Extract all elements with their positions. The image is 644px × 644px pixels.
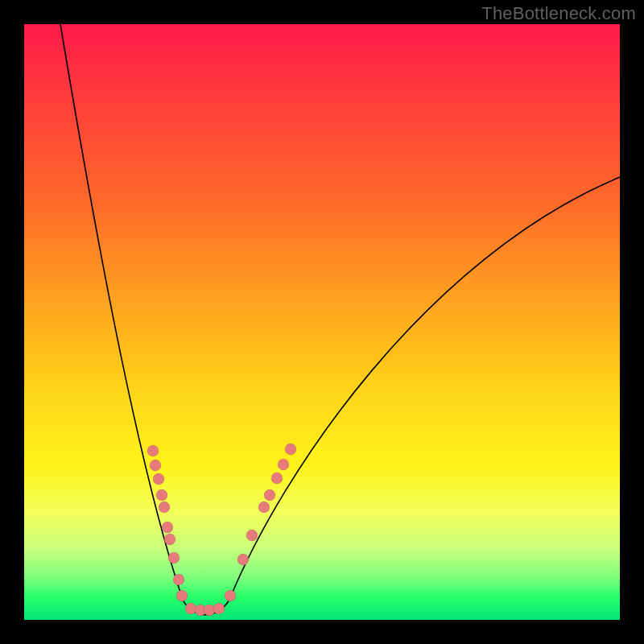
watermark-text: TheBottleneck.com bbox=[481, 3, 636, 24]
curve-data-points bbox=[147, 444, 296, 616]
curve-data-point bbox=[153, 473, 164, 485]
curve-data-point bbox=[271, 473, 283, 484]
curve-data-point bbox=[285, 444, 296, 455]
curve-data-point bbox=[278, 459, 289, 470]
curve-data-point bbox=[264, 489, 275, 501]
curve-data-point bbox=[147, 445, 159, 456]
curve-data-point bbox=[185, 603, 196, 614]
curve-data-point bbox=[237, 554, 249, 565]
curve-data-point bbox=[164, 534, 175, 545]
curve-data-point bbox=[156, 489, 167, 501]
curve-data-point bbox=[168, 552, 180, 564]
curve-data-point bbox=[258, 502, 270, 513]
bottleneck-curve-path bbox=[60, 24, 620, 615]
curve-data-point bbox=[162, 522, 173, 533]
curve-data-point bbox=[204, 605, 215, 616]
curve-data-point bbox=[150, 460, 161, 471]
bottleneck-curve-svg bbox=[24, 24, 620, 620]
curve-data-point bbox=[173, 574, 184, 585]
curve-data-point bbox=[159, 502, 170, 513]
curve-data-point bbox=[213, 603, 225, 614]
curve-data-point bbox=[176, 590, 188, 601]
curve-data-point bbox=[246, 530, 258, 541]
curve-data-point bbox=[225, 590, 236, 601]
chart-plot-area bbox=[24, 24, 620, 620]
